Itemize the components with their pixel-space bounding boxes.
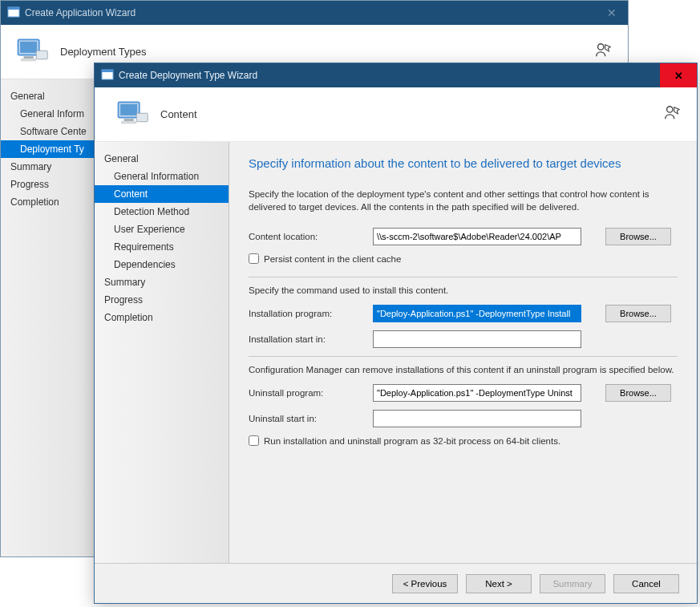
titlebar-back: Create Application Wizard ✕: [1, 1, 628, 25]
content-pane: Specify information about the content to…: [229, 142, 697, 563]
persist-content-checkbox[interactable]: [249, 253, 259, 264]
divider: [249, 356, 678, 357]
persist-content-label: Persist content in the client cache: [264, 254, 401, 264]
computer-icon: [115, 98, 149, 132]
wizard-footer: < Previous Next > Summary Cancel: [95, 563, 697, 603]
svg-rect-9: [102, 70, 113, 72]
back-nav-item-3[interactable]: Deployment Ty: [1, 140, 103, 158]
uninstall-startin-input[interactable]: [373, 410, 581, 427]
svg-rect-6: [36, 51, 47, 59]
summary-button: Summary: [540, 574, 605, 593]
back-nav-item-0[interactable]: General: [1, 87, 103, 105]
help-feedback-icon[interactable]: [663, 104, 681, 125]
svg-rect-12: [124, 119, 134, 121]
uninstall-program-input[interactable]: [373, 384, 581, 402]
install-section-text: Specify the command used to install this…: [249, 285, 678, 295]
content-description: Specify the location of the deployment t…: [249, 188, 678, 213]
nav-front: GeneralGeneral InformationContentDetecti…: [95, 142, 229, 563]
content-heading: Specify information about the content to…: [249, 156, 678, 170]
front-nav-item-7[interactable]: Summary: [95, 273, 229, 291]
titlebar-front-title: Create Deployment Type Wizard: [119, 70, 257, 81]
titlebar-front: Create Deployment Type Wizard ✕: [95, 63, 697, 87]
nav-back: GeneralGeneral InformSoftware CenteDeplo…: [1, 79, 103, 556]
svg-rect-11: [120, 103, 137, 115]
browse-uninstall-button[interactable]: Browse...: [605, 384, 671, 402]
browse-install-button[interactable]: Browse...: [605, 305, 671, 322]
app-icon: [7, 6, 20, 19]
next-button[interactable]: Next >: [466, 574, 532, 593]
install-program-input[interactable]: [373, 305, 581, 322]
svg-rect-14: [136, 113, 148, 122]
cancel-button[interactable]: Cancel: [613, 574, 679, 593]
previous-button[interactable]: < Previous: [392, 574, 458, 593]
create-deployment-type-wizard-window: Create Deployment Type Wizard ✕ Content …: [94, 63, 698, 604]
content-location-input[interactable]: [373, 228, 581, 245]
close-button[interactable]: ✕: [660, 63, 697, 87]
divider: [249, 277, 678, 277]
header-front-title: Content: [160, 108, 197, 120]
svg-rect-13: [121, 120, 136, 123]
titlebar-back-title: Create Application Wizard: [25, 7, 136, 18]
header-front: Content: [95, 87, 697, 142]
header-back-title: Deployment Types: [60, 46, 146, 58]
install-startin-label: Installation start in:: [249, 334, 373, 344]
back-nav-item-2[interactable]: Software Cente: [1, 123, 103, 140]
back-nav-item-5[interactable]: Progress: [1, 176, 103, 193]
front-nav-item-8[interactable]: Progress: [95, 291, 229, 309]
help-feedback-icon[interactable]: [594, 42, 612, 63]
front-nav-item-4[interactable]: User Experience: [95, 221, 229, 238]
run-32bit-checkbox[interactable]: [249, 435, 259, 446]
computer-icon: [15, 35, 49, 69]
svg-rect-1: [8, 7, 19, 10]
app-icon: [101, 69, 114, 82]
front-nav-item-1[interactable]: General Information: [95, 168, 229, 185]
front-nav-item-9[interactable]: Completion: [95, 309, 229, 326]
front-nav-item-3[interactable]: Detection Method: [95, 203, 229, 221]
front-nav-item-6[interactable]: Dependencies: [95, 256, 229, 273]
uninstall-startin-label: Uninstall start in:: [249, 414, 373, 423]
svg-rect-3: [20, 41, 37, 52]
svg-point-7: [598, 43, 604, 49]
svg-point-15: [667, 106, 673, 111]
front-nav-item-0[interactable]: General: [95, 150, 229, 168]
uninstall-section-text: Configuration Manager can remove install…: [249, 365, 678, 374]
front-nav-item-5[interactable]: Requirements: [95, 238, 229, 256]
close-icon[interactable]: ✕: [602, 6, 621, 19]
install-program-label: Installation program:: [249, 309, 373, 318]
front-nav-item-2[interactable]: Content: [95, 185, 229, 203]
back-nav-item-4[interactable]: Summary: [1, 158, 103, 176]
run-32bit-label: Run installation and uninstall program a…: [264, 436, 560, 446]
uninstall-program-label: Uninstall program:: [249, 388, 373, 398]
install-startin-input[interactable]: [373, 330, 581, 348]
svg-rect-4: [24, 56, 34, 59]
content-location-label: Content location:: [249, 232, 373, 241]
browse-content-button[interactable]: Browse...: [605, 228, 671, 245]
svg-rect-5: [21, 58, 36, 61]
back-nav-item-1[interactable]: General Inform: [1, 105, 103, 123]
back-nav-item-6[interactable]: Completion: [1, 193, 103, 211]
